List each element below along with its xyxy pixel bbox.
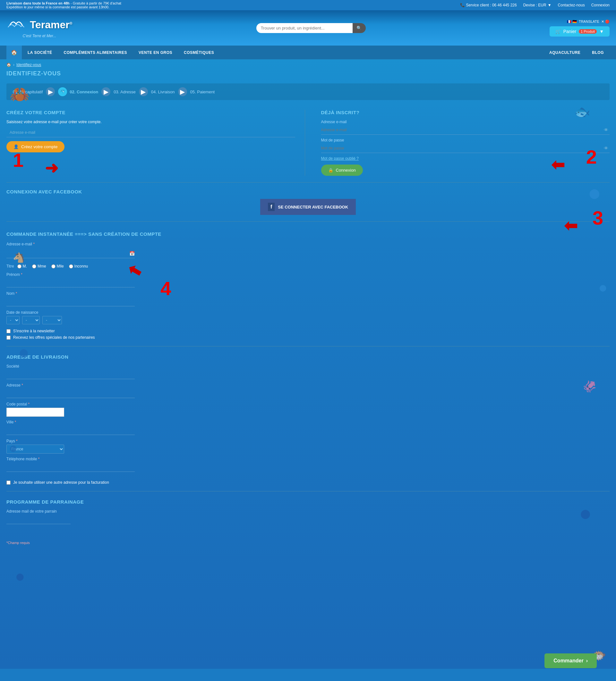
instant-order-title: COMMANDE INSTANTANÉE ===> SANS CRÉATION … [6, 231, 610, 237]
commander-button[interactable]: Commander › [544, 653, 597, 668]
nom-label: Nom * [6, 291, 135, 296]
address-section: ADRESSE DE LIVRAISON Société Adresse * C… [6, 354, 610, 485]
facebook-section: CONNEXION AVEC FACEBOOK f SE CONNECTER A… [6, 189, 610, 215]
annotation-2: 2 [586, 146, 597, 168]
facebook-button[interactable]: f SE CONNECTER AVEC FACEBOOK [260, 199, 356, 215]
step-arrow-1: ▶ [46, 87, 55, 96]
delivery-text: Livraison dans toute la France en 48h - … [6, 1, 121, 5]
step-5: 05. Paiement [190, 90, 215, 94]
pays-select[interactable]: France Belgique Suisse Luxembourg [6, 445, 64, 454]
create-account-desc: Saisissez votre adresse e-mail pour crée… [6, 120, 295, 124]
cart-count: 1 Produit [579, 29, 597, 34]
login-email-label: Adresse e-mail [321, 120, 610, 124]
eye-icon-2: 👁 [602, 144, 610, 152]
newsletter-label: S'inscrire à la newsletter [13, 329, 55, 333]
nav-item-aquaculture[interactable]: AQUACULTURE [543, 47, 586, 59]
annotation-1: 1 [13, 149, 23, 171]
instant-email-input[interactable] [6, 249, 129, 258]
arrow-3: ⬅ [564, 217, 577, 235]
month-select[interactable]: - JanFévMar [22, 316, 40, 324]
login-password-input[interactable] [321, 144, 603, 153]
login-email-input[interactable] [321, 125, 603, 134]
contactez-nous-link[interactable]: Contactez-nous [558, 3, 585, 7]
search-button[interactable]: 🔍 [352, 23, 366, 33]
titre-row: Titre M. Mme Mlle Inconnu [6, 261, 135, 271]
arrow-2: ⬅ [551, 156, 565, 174]
radio-m[interactable]: M. [17, 264, 27, 269]
radio-input-inconnu[interactable] [69, 264, 73, 269]
nav-item-blog[interactable]: BLOG [586, 47, 610, 59]
breadcrumb: 🏠 › Identifiez-vous [6, 59, 610, 70]
parrain-label: Adresse mail de votre parrain [6, 509, 71, 513]
societe-label: Société [6, 364, 135, 369]
forgot-password-link[interactable]: Mot de passe oublié ? [321, 156, 610, 161]
annotation-4: 4 [161, 277, 171, 300]
nav-item-cosmetiques[interactable]: COSMÉTIQUES [178, 47, 220, 59]
eye-icon: 👁 [602, 126, 610, 134]
cart-button[interactable]: 🛒 Panier 1 Produit ▼ [549, 26, 610, 36]
page-title: IDENTIFIEZ-VOUS [6, 70, 610, 77]
radio-input-mme[interactable] [32, 264, 36, 269]
partners-checkbox[interactable] [6, 335, 10, 340]
create-account-title: CRÉEZ VOTRE COMPTE [6, 110, 295, 115]
date-row: - 123 - JanFévMar - 200019991998 [6, 316, 135, 324]
step-3-label: 03. Adresse [114, 90, 136, 94]
nav-home[interactable]: 🏠 [6, 46, 22, 59]
nom-input[interactable] [6, 297, 135, 306]
titre-label: Titre [6, 264, 14, 269]
facturation-row: Je souhaite utiliser une autre adresse p… [6, 480, 135, 485]
annotation-3: 3 [593, 207, 603, 229]
parrain-input[interactable] [6, 515, 71, 524]
nav-item-societe[interactable]: LA SOCIÉTÉ [22, 47, 58, 59]
nav-item-vente[interactable]: VENTE EN GROS [133, 47, 178, 59]
sponsor-title: PROGRAMME DE PARRAINAGE [6, 499, 610, 505]
breadcrumb-current[interactable]: Identifiez-vous [16, 62, 41, 67]
nav-item-complements[interactable]: COMPLÉMENTS ALIMENTAIRES [58, 47, 133, 59]
code-postal-input[interactable] [6, 408, 64, 417]
instant-order-section: COMMANDE INSTANTANÉE ===> SANS CRÉATION … [6, 231, 610, 340]
adresse-input[interactable] [6, 389, 135, 398]
connexion-button[interactable]: 🔒 Connexion [321, 165, 363, 176]
lock-icon: 🔒 [328, 168, 334, 173]
email-instant-label: Adresse e-mail * [6, 242, 35, 246]
connexion-link[interactable]: Connexion [591, 3, 610, 7]
radio-inconnu[interactable]: Inconnu [69, 264, 88, 269]
login-password-label: Mot de passe [321, 138, 610, 143]
step-arrow-2: ▶ [101, 87, 110, 96]
logo[interactable]: Teramer® C'est Terre et Mer... [6, 18, 73, 38]
service-client: 📞 Service client : 06 46 445 226 [460, 3, 517, 7]
partners-label: Recevez les offres spéciales de nos part… [13, 335, 95, 340]
radio-mme[interactable]: Mme [32, 264, 46, 269]
facturation-checkbox[interactable] [6, 481, 10, 485]
expedition-text: Expédition le jour même si la commande e… [6, 5, 121, 9]
login-title: DÉJÀ INSCRIT? [321, 110, 610, 115]
radio-mlle[interactable]: Mlle [51, 264, 64, 269]
day-select[interactable]: - 123 [6, 316, 20, 324]
radio-input-m[interactable] [17, 264, 22, 269]
devise-selector[interactable]: Devise : EUR ▼ [523, 3, 551, 7]
prenom-input[interactable] [6, 278, 135, 287]
search-input[interactable] [256, 23, 352, 33]
adresse-label: Adresse * [6, 383, 135, 387]
step-1: 01. Récapitulatif [13, 90, 43, 94]
translate-bar: 🇫🇷 🇩🇪 TRANSLATE ✕ 🔴 [567, 20, 610, 24]
step-1-label: 01. Récapitulatif [13, 90, 43, 94]
step-4-label: 04. Livraison [151, 90, 175, 94]
year-select[interactable]: - 200019991998 [42, 316, 62, 324]
create-account-email[interactable] [6, 128, 295, 137]
newsletter-checkbox[interactable] [6, 329, 10, 333]
header: Teramer® C'est Terre et Mer... 🔍 🇫🇷 🇩🇪 T… [0, 10, 616, 46]
step-5-label: 05. Paiement [190, 90, 215, 94]
search-area: 🔍 [256, 23, 366, 33]
user-icon: 👤 [14, 144, 19, 149]
partners-row: Recevez les offres spéciales de nos part… [6, 335, 135, 340]
logo-subtitle: C'est Terre et Mer... [22, 34, 56, 38]
ville-input[interactable] [6, 426, 135, 435]
steps-bar: 01. Récapitulatif ▶ 🐬 02. Connexion ▶ 03… [6, 83, 610, 100]
radio-input-mlle[interactable] [51, 264, 55, 269]
breadcrumb-home-icon[interactable]: 🏠 [6, 62, 11, 67]
societe-input[interactable] [6, 370, 135, 379]
step-3: 03. Adresse [114, 90, 136, 94]
telephone-input[interactable] [6, 462, 135, 472]
header-right: 🇫🇷 🇩🇪 TRANSLATE ✕ 🔴 🛒 Panier 1 Produit ▼ [549, 20, 610, 36]
